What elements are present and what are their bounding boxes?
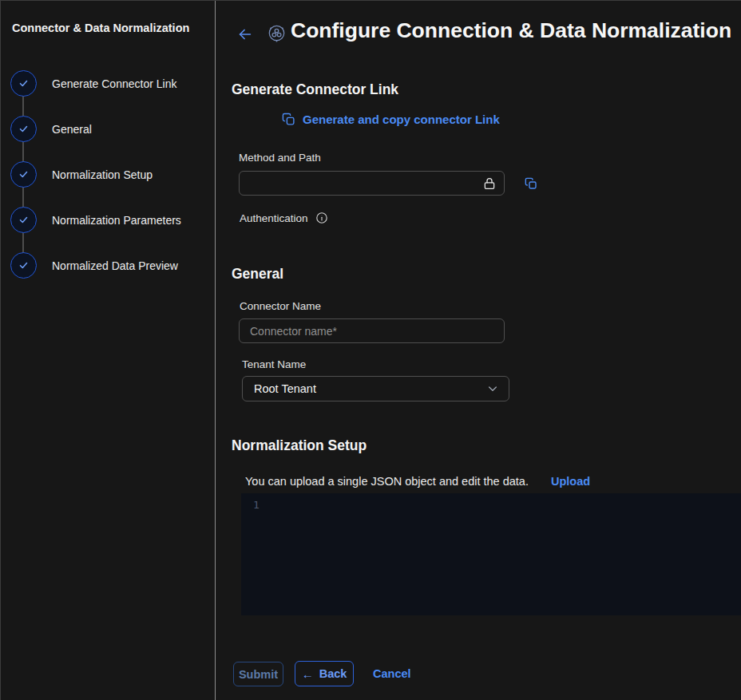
sidebar-title: Connector & Data Normalization (12, 22, 189, 34)
back-arrow-icon[interactable] (236, 26, 254, 43)
method-and-path-label: Method and Path (239, 152, 321, 164)
connector-hub-icon (266, 22, 287, 44)
connector-configuration-page: Connector & Data Normalization Generate … (0, 0, 741, 700)
stepper-sidebar: Connector & Data Normalization Generate … (1, 1, 216, 700)
generate-link-label: Generate and copy connector Link (303, 113, 500, 126)
upload-link[interactable]: Upload (551, 475, 590, 488)
section-heading-generate-connector-link: Generate Connector Link (232, 81, 398, 98)
step-label: Generate Connector Link (52, 77, 176, 90)
step-complete-check-icon (10, 161, 37, 188)
json-editor[interactable]: 1 (241, 493, 741, 615)
section-heading-general: General (232, 266, 283, 283)
back-button-label: Back (319, 667, 347, 680)
method-and-path-input[interactable] (239, 171, 505, 196)
sidebar-step-general[interactable]: General (10, 116, 92, 142)
submit-button[interactable]: Submit (233, 662, 283, 686)
page-title: Configure Connection & Data Normalizatio… (291, 18, 731, 43)
step-complete-check-icon (10, 116, 37, 142)
tenant-name-selected-value: Root Tenant (254, 382, 316, 395)
section-heading-normalization-setup: Normalization Setup (232, 437, 367, 454)
connector-name-input[interactable] (239, 318, 505, 343)
step-complete-check-icon (10, 252, 37, 279)
editor-line-number: 1 (253, 499, 260, 511)
step-complete-check-icon (10, 70, 37, 97)
authentication-label: Authentication (240, 212, 308, 224)
tenant-name-label: Tenant Name (242, 358, 306, 370)
back-button-arrow-icon: ← (302, 667, 314, 681)
tenant-name-select[interactable]: Root Tenant (242, 376, 509, 401)
upload-hint-text: You can upload a single JSON object and … (245, 475, 529, 488)
chevron-down-icon (486, 382, 499, 395)
copy-method-path-icon[interactable] (525, 177, 537, 190)
sidebar-step-normalization-parameters[interactable]: Normalization Parameters (10, 207, 181, 233)
back-button[interactable]: ← Back (295, 661, 354, 686)
sidebar-step-normalization-setup[interactable]: Normalization Setup (10, 161, 153, 188)
step-label: General (52, 123, 92, 136)
connector-name-label: Connector Name (240, 300, 321, 312)
step-label: Normalization Parameters (52, 214, 181, 227)
authentication-row: Authentication (240, 212, 328, 224)
info-icon[interactable] (315, 212, 328, 224)
sidebar-step-normalized-data-preview[interactable]: Normalized Data Preview (10, 252, 178, 279)
upload-hint-row: You can upload a single JSON object and … (245, 475, 590, 488)
step-complete-check-icon (10, 207, 37, 233)
step-label: Normalized Data Preview (52, 259, 178, 272)
step-label: Normalization Setup (52, 168, 153, 181)
generate-and-copy-link-button[interactable]: Generate and copy connector Link (282, 113, 500, 126)
sidebar-step-generate-connector-link[interactable]: Generate Connector Link (10, 70, 176, 97)
copy-icon (282, 113, 295, 126)
cancel-button[interactable]: Cancel (373, 667, 411, 680)
